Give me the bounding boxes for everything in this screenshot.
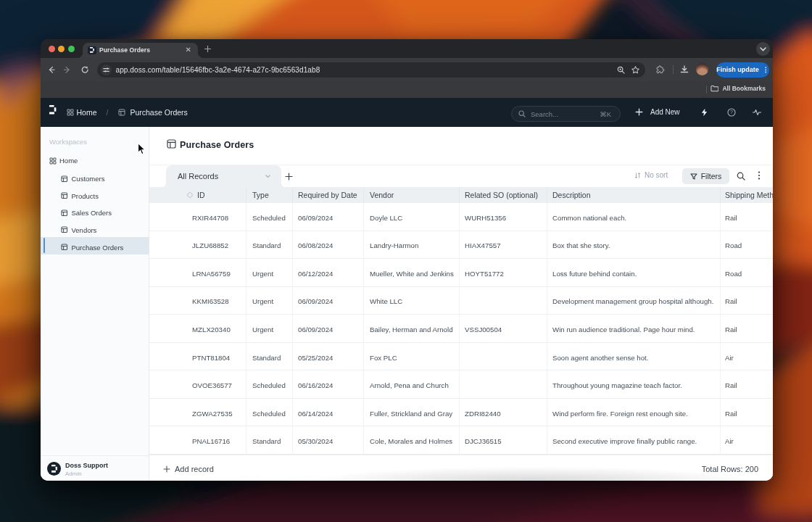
svg-text:?: ? <box>730 109 733 115</box>
